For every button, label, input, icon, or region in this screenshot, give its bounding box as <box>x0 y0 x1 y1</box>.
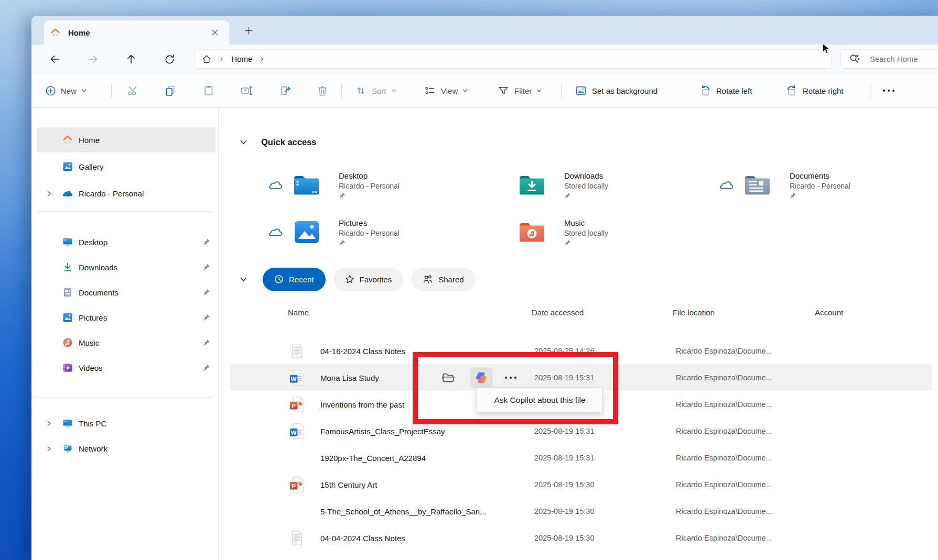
sidebar-item-label: Pictures <box>79 313 107 322</box>
pin-icon <box>564 192 608 199</box>
copy-button[interactable] <box>162 81 179 100</box>
chevron-right-icon[interactable] <box>46 446 62 452</box>
file-row[interactable]: 15th Century Art 2025-08-19 15:30 Ricard… <box>230 471 932 498</box>
ask-copilot-button[interactable] <box>470 367 493 388</box>
rotate-left-button[interactable]: Rotate left <box>697 81 754 100</box>
tab-bar: Home <box>31 16 938 45</box>
sort-button[interactable]: Sort <box>352 81 398 100</box>
search-input[interactable] <box>869 54 938 64</box>
row-more-options-button[interactable] <box>505 377 516 379</box>
forward-button[interactable] <box>85 51 101 67</box>
divider <box>111 83 112 98</box>
tab-recent[interactable]: Recent <box>263 268 326 291</box>
view-button[interactable]: View <box>422 81 470 100</box>
sidebar-item-onedrive-personal[interactable]: Ricardo - Personal <box>37 181 215 206</box>
sort-label: Sort <box>372 86 386 95</box>
file-location: Ricardo Espinoza\Docume... <box>676 454 772 462</box>
paste-button[interactable] <box>200 81 217 100</box>
chevron-right-icon: › <box>220 54 223 63</box>
documents-icon <box>62 287 73 298</box>
chevron-right-icon[interactable] <box>46 421 62 426</box>
filter-button[interactable]: Filter <box>495 81 544 100</box>
up-button[interactable] <box>123 51 139 67</box>
breadcrumb[interactable]: › Home › <box>195 49 832 69</box>
refresh-button[interactable] <box>161 51 177 67</box>
search-box[interactable] <box>840 49 938 69</box>
share-button[interactable] <box>277 81 294 100</box>
sidebar-item-home[interactable]: Home <box>37 127 215 152</box>
word-file-icon <box>289 369 306 387</box>
navigation-bar: › Home › <box>31 45 938 73</box>
sidebar-item-documents[interactable]: Documents <box>37 280 215 305</box>
card-subtitle: Stored locally <box>564 182 608 190</box>
breadcrumb-home-icon[interactable] <box>201 54 212 64</box>
sidebar-item-label: Network <box>79 444 107 453</box>
card-subtitle: Stored locally <box>564 229 608 237</box>
rename-button[interactable] <box>238 81 255 100</box>
pictures-icon <box>62 312 73 323</box>
file-row[interactable]: 1920px-The_Concert_A22894 2025-08-19 15:… <box>230 444 932 471</box>
sidebar-item-label: Ricardo - Personal <box>79 189 144 198</box>
column-header-file-location[interactable]: File location <box>673 308 715 317</box>
sidebar-item-label: Home <box>79 136 100 145</box>
card-title: Pictures <box>339 218 400 227</box>
rotate-right-button[interactable]: Rotate right <box>783 81 846 100</box>
set-as-background-button[interactable]: Set as background <box>573 81 660 100</box>
file-location: Ricardo Espinoza\Docume... <box>676 534 772 542</box>
more-options-button[interactable] <box>881 81 897 100</box>
column-header-account[interactable]: Account <box>815 308 843 317</box>
quick-access-card-desktop[interactable]: Desktop Ricardo - Personal <box>268 167 400 203</box>
column-header-date-accessed[interactable]: Date accessed <box>532 308 584 317</box>
collapse-chevron-icon[interactable] <box>240 138 247 146</box>
sidebar-item-network[interactable]: Network <box>37 436 215 461</box>
file-date: 2025-08-19 15:30 <box>534 534 595 542</box>
collapse-chevron-icon[interactable] <box>240 276 247 283</box>
pin-icon <box>790 192 850 199</box>
file-row[interactable]: 04-04-2024 Class Notes 2025-08-19 15:30 … <box>230 524 932 551</box>
quick-access-card-pictures[interactable]: Pictures Ricardo - Personal <box>268 214 400 250</box>
cut-button[interactable] <box>124 81 141 100</box>
powerpoint-file-icon <box>289 396 306 413</box>
pin-icon <box>203 263 210 271</box>
new-tab-button[interactable] <box>240 24 257 37</box>
desktop-icon <box>62 237 73 247</box>
back-button[interactable] <box>47 51 63 67</box>
tab-shared[interactable]: Shared <box>411 268 475 291</box>
tab-close-button[interactable] <box>208 26 222 39</box>
sidebar-item-videos[interactable]: Videos <box>37 355 215 380</box>
sidebar-item-gallery[interactable]: Gallery <box>37 154 215 179</box>
sidebar-item-pictures[interactable]: Pictures <box>37 305 215 330</box>
sidebar-item-desktop[interactable]: Desktop <box>37 229 215 255</box>
text-file-icon <box>289 342 305 360</box>
file-date: 2025-08-19 15:31 <box>534 427 595 435</box>
copilot-tooltip-text: Ask Copilot about this file <box>494 396 585 405</box>
sidebar-item-music[interactable]: Music <box>37 330 215 355</box>
tab-favorites[interactable]: Favorites <box>333 268 404 291</box>
file-location: Ricardo Espinoza\Docume... <box>676 427 772 435</box>
new-label: New <box>61 86 77 95</box>
ellipsis-icon <box>505 377 516 379</box>
quick-access-card-documents[interactable]: Documents Ricardo - Personal <box>719 167 850 203</box>
breadcrumb-segment-home[interactable]: Home <box>231 54 252 63</box>
sidebar-item-downloads[interactable]: Downloads <box>37 255 215 280</box>
new-button[interactable]: New <box>43 81 89 100</box>
file-date: 2025-08-25 14:26 <box>534 347 595 355</box>
file-name: Inventions from the past <box>320 400 404 409</box>
quick-access-card-downloads[interactable]: Downloads Stored locally <box>517 167 608 203</box>
quick-access-card-music[interactable]: Music Stored locally <box>517 214 608 250</box>
chevron-right-icon[interactable] <box>46 191 62 196</box>
star-icon <box>345 274 354 284</box>
delete-button[interactable] <box>314 81 331 100</box>
file-name: 15th Century Art <box>320 480 377 489</box>
divider <box>871 83 871 98</box>
network-icon <box>62 443 73 454</box>
column-header-name[interactable]: Name <box>288 308 309 317</box>
sidebar-item-this-pc[interactable]: This PC <box>37 411 215 436</box>
tab-home[interactable]: Home <box>44 20 229 45</box>
pin-icon <box>203 289 210 296</box>
file-row[interactable]: 5-The_School_of_Athens__by_Raffaello_San… <box>230 498 932 524</box>
file-row[interactable]: FamousArtists_Class_ProjectEssay 2025-08… <box>230 418 932 444</box>
file-row[interactable]: 04-16-2024 Class Notes 2025-08-25 14:26 … <box>230 337 932 364</box>
open-file-location-button[interactable] <box>441 371 456 383</box>
card-subtitle: Ricardo - Personal <box>339 229 400 237</box>
